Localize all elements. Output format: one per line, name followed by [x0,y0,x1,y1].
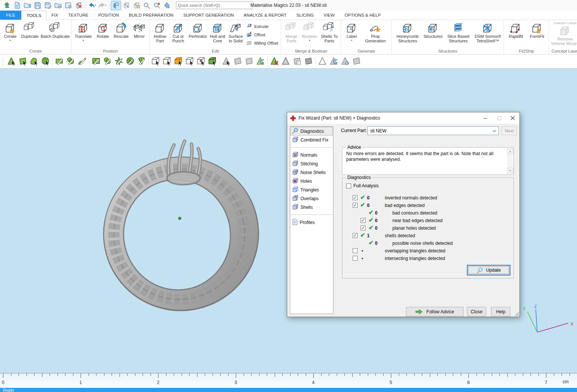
mark-curve-tool-icon[interactable] [76,56,88,67]
new-document-icon[interactable] [12,1,22,10]
mark-fan-tool-icon[interactable] [136,56,147,67]
menu-item-options-help[interactable]: OPTIONS & HELP [340,11,386,20]
diagnostic-checkbox[interactable] [353,248,358,253]
dialog-titlebar[interactable]: Fix Wizard (Part: stl NEW) > Diagnostics [287,112,519,124]
save-as-icon[interactable] [43,1,53,10]
ribbon-button-rescale[interactable]: Rescale [112,21,130,39]
zoom-icon[interactable] [142,1,152,10]
fix-part-cube-icon[interactable] [121,1,131,10]
ribbon-button-slice-based-structures[interactable]: Slice Based Structures [443,21,473,44]
full-analysis-checkbox[interactable] [346,184,351,188]
save-icon[interactable] [33,1,43,10]
zoom-remove-icon[interactable] [152,1,162,10]
menu-item-support-generation[interactable]: SUPPORT GENERATION [178,11,239,20]
diagnostic-checkbox[interactable]: ✓ [353,195,358,200]
menu-item-analyze-report[interactable]: ANALYZE & REPORT [239,11,291,20]
invert-marked-icon[interactable] [280,56,291,67]
dropdown-caret-icon[interactable]: ▾ [105,4,106,7]
current-part-combobox[interactable]: stl NEW [367,126,499,135]
ribbon-button-perforator[interactable]: Perforator [187,21,208,39]
ribbon-button-duplicate[interactable]: Duplicate [19,21,40,39]
ribbon-button-milling-offset[interactable]: Milling Offset [246,40,278,47]
select-triangles-tool-icon[interactable] [6,56,17,67]
toolbar-drag-handle[interactable] [2,56,5,66]
select-cube-volume-icon[interactable] [207,56,218,67]
select-freeform-tool-icon[interactable] [28,56,40,67]
load-project-folder-icon[interactable] [53,1,63,10]
menu-item-texture[interactable]: TEXTURE [63,11,93,20]
select-window-tool-icon[interactable] [17,56,28,67]
ribbon-button-prop-generation[interactable]: Prop Generation [361,21,390,44]
ribbon-button-label[interactable]: ALabel▾ [342,21,361,42]
next-button[interactable]: Next [502,126,517,135]
fix-wizard-nav-noise-shells[interactable]: Noise Shells [291,168,333,177]
triangles-lasso-icon[interactable] [339,56,351,67]
advice-scrollbar[interactable]: ▲ ▼ [507,148,513,174]
mark-rectangle-tool-icon[interactable] [54,56,65,67]
ribbon-button-structures[interactable]: Structures [422,21,443,39]
magics-logo-icon[interactable] [2,1,12,10]
menu-item-fix[interactable]: FIX [47,11,63,20]
scroll-up-icon[interactable]: ▲ [507,148,513,154]
ribbon-button-honeycomb-structures[interactable]: Honeycomb Structures [393,21,422,44]
mark-pie-tool-icon[interactable] [124,56,136,67]
mark-window-triangles-icon[interactable] [90,56,102,67]
ribbon-button-merge-parts[interactable]: Merge Parts [282,21,300,44]
ribbon-button-batch-duplicate[interactable]: Batch Duplicate [40,21,70,39]
unload-part-cube-icon[interactable] [131,1,142,10]
mark-brush-tool-icon[interactable] [102,56,113,67]
scroll-down-icon[interactable]: ▼ [507,168,513,174]
follow-advice-button[interactable]: Follow Advice [406,307,463,316]
close-dialog-button[interactable]: Close [467,307,486,316]
ribbon-button-remove-volume-wizard[interactable]: CONCEPT LASERRemove Volume Wizard [550,21,577,46]
diagnostic-checkbox[interactable]: ✓ [353,203,358,208]
ribbon-button-rotate[interactable]: Rotate [94,21,112,39]
fix-wizard-nav-normals[interactable]: Normals [291,151,333,159]
fix-wizard-nav-overlaps[interactable]: Overlaps [291,194,333,203]
view-cube-icon[interactable] [111,1,121,10]
redo-icon[interactable]: ▾ [97,1,107,10]
maximize-button[interactable] [492,112,506,124]
update-marked-icon[interactable] [255,56,266,67]
triangles-update-icon[interactable] [328,56,339,67]
mark-star-tool-icon[interactable] [113,56,124,67]
ribbon-button-boolean[interactable]: Boolean▾ [300,21,319,42]
ribbon-button-mirror[interactable]: Mirror [130,21,148,39]
minimize-button[interactable] [479,112,492,124]
fill-marked-icon[interactable] [303,56,314,67]
quick-search-input[interactable] [176,2,252,9]
grow-marked-icon[interactable] [232,56,243,67]
ribbon-button-cut-or-punch[interactable]: Cut or Punch [169,21,187,44]
delete-marked-icon[interactable] [269,56,280,67]
select-cube-surface-icon[interactable] [161,56,173,67]
menu-item-build-preparation[interactable]: BUILD PREPARATION [124,11,179,20]
ribbon-button-translate[interactable]: Translate▾ [73,21,94,42]
fix-wizard-nav-profiles[interactable]: Profiles [291,218,333,227]
diagnostic-checkbox[interactable]: ✓ [361,218,365,223]
select-cube-shell-icon[interactable] [173,56,184,67]
plane-outline-icon[interactable] [351,56,362,67]
fix-wizard-nav-shells[interactable]: Shells [291,203,333,212]
menu-item-view[interactable]: VIEW [319,11,339,20]
fix-wizard-nav-triangles[interactable]: Triangles [291,185,333,194]
fix-wizard-nav-combined-fix[interactable]: Combined Fix [291,135,333,144]
ribbon-button-rapidfit[interactable]: Rapidfit [505,21,526,39]
select-sphere-tool-icon[interactable] [40,56,51,67]
fix-wizard-nav-holes[interactable]: Holes [291,177,333,185]
diagnostic-checkbox[interactable]: ✓ [353,233,358,238]
ribbon-button-offset[interactable]: Offset [246,31,278,38]
ribbon-button-create-part[interactable]: Create▾ [1,21,19,42]
close-button[interactable] [506,112,519,124]
marked-triangles-cursor-icon[interactable] [221,56,232,67]
save-project-icon[interactable] [63,1,73,10]
select-cube-through-icon[interactable] [150,56,161,67]
resize-grip[interactable] [514,311,519,316]
menu-item-slicing[interactable]: SLICING [291,11,319,20]
diagnostic-checkbox[interactable]: ✓ [361,226,365,230]
ribbon-button-hollow-part[interactable]: Hollow Part [151,21,169,44]
ribbon-button-surface-to-solid[interactable]: Surface to Solid [227,21,245,44]
copy-marked-to-part-icon[interactable] [291,56,303,67]
settings-gear-icon[interactable] [162,1,172,10]
fix-wizard-nav-diagnostics[interactable]: Diagnostics [291,127,333,135]
fix-wizard-nav-stitching[interactable]: Stitching [291,159,333,168]
